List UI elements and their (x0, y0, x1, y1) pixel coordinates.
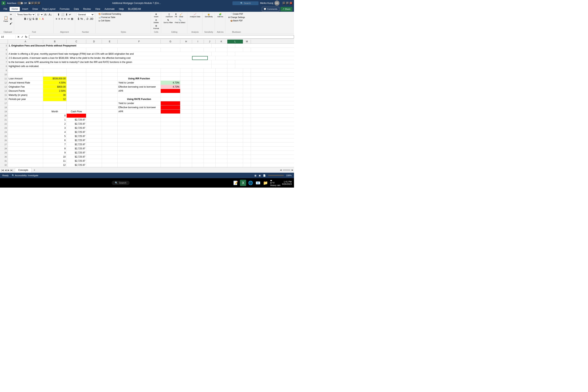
cell-I9[interactable] (192, 68, 204, 72)
cell-E19[interactable] (102, 110, 118, 114)
menu-draw[interactable]: Draw (30, 7, 40, 11)
cell-M19[interactable] (243, 110, 251, 114)
cell-G9[interactable] (161, 68, 180, 72)
cell-D20[interactable] (86, 114, 102, 118)
cell-K10[interactable] (216, 72, 227, 76)
cut-button[interactable]: ✂ (9, 12, 13, 16)
menu-view[interactable]: View (93, 7, 102, 11)
cell-C28[interactable]: $2,725.97 (67, 146, 86, 150)
cell-I16[interactable] (192, 97, 204, 101)
sensitivity-button[interactable]: 🔒 Sensitivity (204, 12, 214, 18)
cell-A12[interactable]: Annual Interest Rate (8, 81, 43, 85)
cell-B10[interactable] (43, 72, 67, 76)
cell-F20[interactable] (118, 114, 161, 118)
cell-F12[interactable]: Yield to Lender (118, 81, 161, 85)
cell-E17[interactable] (102, 101, 118, 105)
copy-button[interactable]: ⧉ (9, 17, 13, 21)
cell-D9[interactable] (86, 68, 102, 72)
cell-E15[interactable] (102, 93, 118, 97)
formula-input[interactable] (29, 35, 294, 38)
cell-B18[interactable] (43, 106, 67, 109)
cell-I14[interactable] (192, 89, 204, 93)
scroll-right-icon[interactable]: ▶ (292, 169, 293, 171)
cell-D11[interactable] (86, 77, 102, 80)
cell-C23[interactable]: $2,725.97 (67, 126, 86, 130)
taskbar-mail-icon[interactable]: 📧 (255, 180, 261, 186)
taskbar-file-icon[interactable]: 📁 (262, 180, 268, 186)
cell-A7[interactable]: to the borrower, and the APR assuming th… (8, 60, 212, 64)
cell-I4[interactable] (192, 48, 204, 52)
minimize-button[interactable]: — (283, 2, 286, 4)
format-as-table-button[interactable]: 📊 Format as Table (97, 16, 150, 19)
number-format-select[interactable]: General (77, 12, 94, 16)
cancel-formula-button[interactable]: ✕ (17, 35, 20, 39)
cell-J16[interactable] (204, 97, 216, 101)
cell-K17[interactable] (216, 101, 227, 105)
comments-button[interactable]: 💬 Comments (262, 7, 279, 11)
cell-A16[interactable]: Periods per year (8, 97, 43, 101)
cell-B22[interactable]: 2 (43, 122, 67, 126)
menu-file[interactable]: File (2, 7, 9, 11)
customize-button[interactable]: ▾ (38, 2, 40, 4)
cell-E20[interactable] (102, 114, 118, 118)
cell-L10[interactable] (227, 72, 243, 76)
cell-C29[interactable]: $2,725.97 (67, 151, 86, 155)
cell-C14[interactable] (67, 89, 86, 93)
align-middle-button[interactable]: ⬜ (60, 12, 65, 16)
cell-F14[interactable]: APR (118, 89, 161, 93)
cell-B32[interactable]: 12 (43, 163, 67, 167)
cell-F9[interactable] (118, 68, 161, 72)
addins-button[interactable]: 🧩 Add-ins (216, 12, 224, 18)
cell-A15[interactable]: Maturity (in years) (8, 93, 43, 97)
cell-B15[interactable]: 30 (43, 93, 67, 97)
cell-M4[interactable] (243, 48, 251, 52)
save-button[interactable]: 💾 (28, 2, 31, 4)
cell-C9[interactable] (67, 68, 86, 72)
font-size-select[interactable]: 12 (36, 12, 44, 16)
cell-H17[interactable] (180, 101, 192, 105)
col-header-D[interactable]: D (86, 40, 102, 44)
autosave-toggle[interactable] (17, 2, 23, 4)
cell-A14[interactable]: Discount Points (8, 89, 43, 93)
sheet-tab-concepts[interactable]: Concepts (15, 168, 32, 172)
cell-E14[interactable] (102, 89, 118, 93)
cell-G13[interactable]: 4.73% (161, 85, 180, 89)
cell-E18[interactable] (102, 106, 118, 109)
cell-M11[interactable] (243, 77, 251, 80)
cell-K12[interactable] (216, 81, 227, 85)
cell-H20[interactable] (180, 114, 192, 118)
cell-G15[interactable] (161, 93, 180, 97)
cell-M12[interactable] (243, 81, 251, 85)
cell-G16[interactable] (161, 97, 180, 101)
cell-A5[interactable]: A lender is offering a 30-year, monthly … (8, 52, 212, 56)
cell-I13[interactable] (192, 85, 204, 89)
cell-B9[interactable] (43, 68, 67, 72)
cell-G4[interactable] (161, 48, 180, 52)
menu-automate[interactable]: Automate (102, 7, 116, 11)
cell-C16[interactable] (67, 97, 86, 101)
cell-G17[interactable]: 5.04% (161, 101, 180, 105)
cell-J19[interactable] (204, 110, 216, 114)
col-header-J[interactable]: J (204, 40, 216, 44)
cell-C10[interactable] (67, 72, 86, 76)
currency-button[interactable]: $ (78, 17, 80, 21)
indent-increase-button[interactable]: ⇒ (67, 17, 70, 21)
col-header-M[interactable]: M (243, 40, 251, 44)
cell-E9[interactable] (102, 68, 118, 72)
cell-G12[interactable]: 4.73% (161, 81, 180, 85)
add-sheet-button[interactable]: + (32, 168, 37, 172)
cell-A20[interactable] (8, 114, 43, 118)
cell-C31[interactable]: $2,725.97 (67, 159, 86, 163)
cell-B13[interactable]: $800.00 (43, 85, 67, 89)
cell-B20[interactable]: 0 (43, 114, 67, 118)
decrease-font-button[interactable]: A↓ (48, 12, 52, 16)
font-color-button[interactable]: A (42, 17, 44, 21)
col-header-L[interactable]: L (227, 40, 243, 44)
cell-M18[interactable] (243, 106, 251, 109)
cell-E13[interactable] (102, 85, 118, 89)
cell-B28[interactable]: 8 (43, 146, 67, 150)
insert-function-button[interactable]: fx (25, 35, 28, 39)
cell-C21[interactable]: $2,725.97 (67, 118, 86, 122)
align-right-button[interactable]: ≡ (61, 17, 63, 21)
cell-F4[interactable] (118, 48, 161, 52)
